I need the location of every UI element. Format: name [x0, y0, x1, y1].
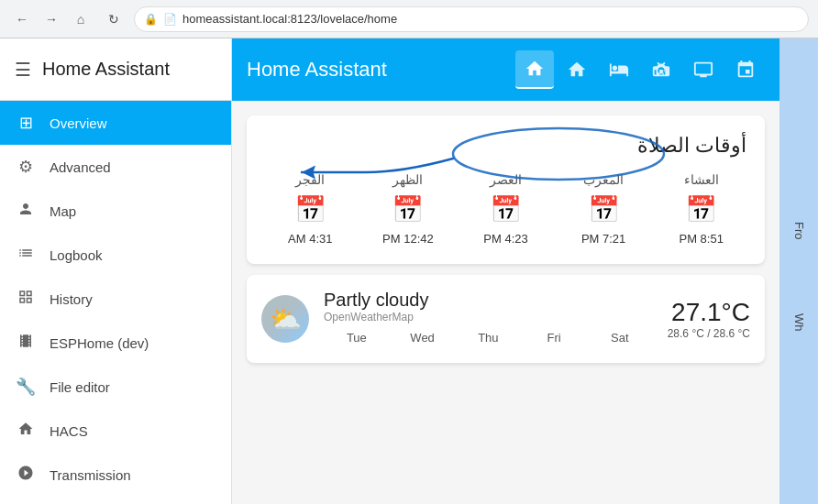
refresh-button[interactable]: ↻ — [101, 6, 127, 32]
sidebar-label-hacs: HACS — [50, 423, 88, 439]
browser-chrome: ← → ⌂ ↻ 🔒 📄 homeassistant.local:8123/lov… — [0, 0, 818, 38]
header-tab-sofa[interactable] — [642, 50, 680, 89]
sidebar-label-history: History — [50, 291, 93, 307]
sidebar-label-map: Map — [50, 203, 76, 219]
sidebar-label-logbook: Logbook — [50, 247, 103, 263]
prayer-time-maghrib: 7:21 PM — [581, 232, 625, 246]
history-icon — [15, 289, 37, 310]
header-tab-screen[interactable] — [684, 50, 723, 89]
right-panel-hint: Fro Wh — [779, 38, 818, 504]
prayer-time-dhuhr: 12:42 PM — [382, 232, 434, 246]
sidebar: ☰ Home Assistant ⊞ Overview ⚙ Advanced M… — [0, 38, 232, 504]
weather-day-thu: Thu — [455, 327, 521, 348]
prayer-clock-isha: 📅 — [685, 194, 717, 225]
logbook-icon — [15, 245, 37, 266]
prayer-item-isha: العشاء 📅 8:51 PM — [656, 172, 746, 246]
prayer-time-asr: 4:23 PM — [483, 232, 527, 246]
weather-temperature: 27.1°C — [668, 298, 750, 327]
prayer-grid: العشاء 📅 8:51 PM المغرب 📅 7:21 PM العصر … — [265, 172, 746, 246]
nav-buttons: ← → ⌂ — [9, 6, 94, 32]
sidebar-item-logbook[interactable]: Logbook — [0, 233, 231, 277]
dashboard: أوقات الصلاة العشاء 📅 8:51 PM المغرب 📅 7… — [232, 101, 779, 504]
sidebar-item-advanced[interactable]: ⚙ Advanced — [0, 145, 231, 189]
prayer-clock-fajr: 📅 — [294, 194, 326, 225]
sidebar-title: Home Assistant — [42, 59, 170, 80]
sidebar-item-hacs[interactable]: HACS — [0, 409, 231, 453]
weather-condition: Partly cloudy — [324, 290, 653, 311]
header-tab-house[interactable] — [600, 50, 638, 89]
weather-day-tue: Tue — [324, 327, 390, 348]
weather-temp-section: 27.1°C 28.6 °C / 28.6 °C — [668, 298, 750, 340]
sidebar-item-history[interactable]: History — [0, 277, 231, 321]
weather-days: Tue Wed Thu Fri Sat — [324, 323, 653, 348]
header-tab-network[interactable] — [726, 50, 765, 89]
weather-info: Partly cloudy OpenWeatherMap Tue Wed Thu… — [324, 290, 653, 348]
header-tab-home[interactable] — [515, 50, 554, 89]
prayer-name-isha: العشاء — [684, 172, 719, 187]
prayer-clock-maghrib: 📅 — [588, 194, 620, 225]
prayer-card: أوقات الصلاة العشاء 📅 8:51 PM المغرب 📅 7… — [247, 115, 765, 264]
site-icon: 📄 — [163, 13, 177, 26]
header-tabs — [515, 50, 765, 89]
url-text: homeassistant.local:8123/lovelace/home — [182, 12, 397, 26]
prayer-clock-asr: 📅 — [490, 194, 522, 225]
sidebar-item-transmission[interactable]: Transmission — [0, 453, 231, 497]
sidebar-label-advanced: Advanced — [50, 159, 111, 175]
sidebar-item-esphome[interactable]: ESPHome (dev) — [0, 321, 231, 365]
sidebar-label-overview: Overview — [50, 115, 107, 131]
sidebar-label-file-editor: File editor — [50, 379, 110, 395]
forward-button[interactable]: → — [39, 6, 64, 32]
prayer-clock-dhuhr: 📅 — [392, 194, 424, 225]
main-content: Home Assistant — [232, 38, 779, 504]
home-button[interactable]: ⌂ — [68, 6, 94, 32]
prayer-name-maghrib: المغرب — [583, 172, 624, 187]
right-panel-wh: Wh — [792, 313, 806, 332]
map-icon — [15, 201, 37, 222]
address-bar[interactable]: 🔒 📄 homeassistant.local:8123/lovelace/ho… — [134, 6, 809, 32]
transmission-icon — [15, 465, 37, 486]
sidebar-item-overview[interactable]: ⊞ Overview — [0, 101, 231, 145]
file-editor-icon: 🔧 — [15, 377, 37, 397]
right-panel-fro: Fro — [792, 222, 806, 240]
app-header: Home Assistant — [232, 38, 779, 101]
prayer-title: أوقات الصلاة — [265, 134, 746, 158]
prayer-item-maghrib: المغرب 📅 7:21 PM — [558, 172, 649, 246]
prayer-name-dhuhr: الظهر — [392, 172, 423, 187]
weather-day-fri: Fri — [521, 327, 587, 348]
weather-range: 28.6 °C / 28.6 °C — [668, 327, 750, 340]
weather-day-sat: Sat — [587, 327, 653, 348]
prayer-name-asr: العصر — [490, 172, 522, 187]
weather-icon: ⛅ — [261, 295, 309, 343]
header-tab-person[interactable] — [558, 50, 596, 89]
prayer-time-fajr: 4:31 AM — [288, 232, 332, 246]
lock-icon: 🔒 — [144, 13, 158, 26]
advanced-icon: ⚙ — [15, 157, 37, 177]
prayer-item-dhuhr: الظهر 📅 12:42 PM — [363, 172, 454, 246]
hamburger-icon[interactable]: ☰ — [15, 59, 31, 81]
hacs-icon — [15, 421, 37, 442]
back-button[interactable]: ← — [9, 6, 35, 32]
sidebar-item-file-editor[interactable]: 🔧 File editor — [0, 365, 231, 409]
weather-source: OpenWeatherMap — [324, 311, 653, 323]
weather-day-wed: Wed — [390, 327, 456, 348]
sidebar-header: ☰ Home Assistant — [0, 38, 231, 101]
app-layout: ☰ Home Assistant ⊞ Overview ⚙ Advanced M… — [0, 38, 818, 504]
weather-card: ⛅ Partly cloudy OpenWeatherMap Tue Wed T… — [247, 275, 765, 363]
sidebar-nav: ⊞ Overview ⚙ Advanced Map Logbook — [0, 101, 231, 504]
sidebar-label-esphome: ESPHome (dev) — [50, 335, 149, 351]
sidebar-label-transmission: Transmission — [50, 467, 131, 483]
prayer-time-isha: 8:51 PM — [679, 232, 723, 246]
overview-icon: ⊞ — [15, 113, 37, 133]
app-header-title: Home Assistant — [247, 58, 497, 82]
prayer-item-fajr: الفجر 📅 4:31 AM — [265, 172, 356, 246]
sidebar-item-map[interactable]: Map — [0, 189, 231, 233]
prayer-name-fajr: الفجر — [295, 172, 325, 187]
prayer-item-asr: العصر 📅 4:23 PM — [460, 172, 551, 246]
esphome-icon — [15, 333, 37, 354]
